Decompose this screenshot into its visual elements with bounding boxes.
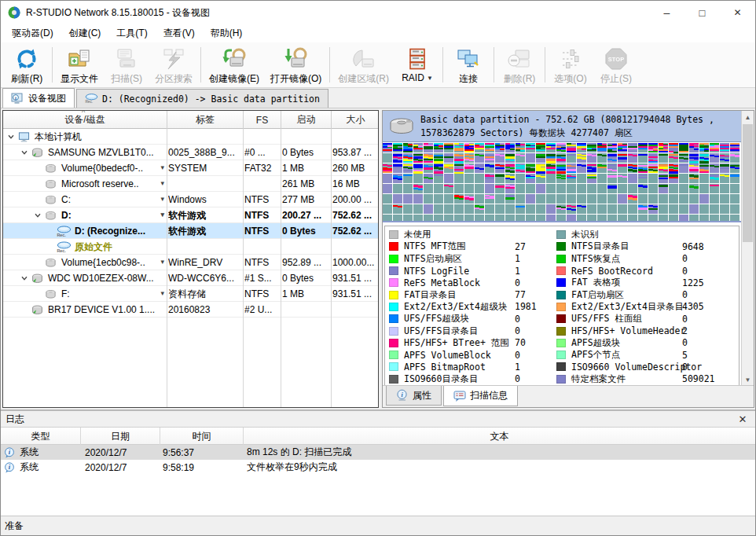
tab-device-view[interactable]: i 设备视图 [2,88,75,108]
legend-label: NTFS MFT范围 [404,240,465,252]
log-column-text[interactable]: 文本 [244,428,755,445]
legend-count: 2 [682,325,688,336]
toolbar-button[interactable]: 创建区域(R)▼ [332,44,395,87]
legend-item: NTFS MFT范围 27 [389,240,556,252]
scroll-down-icon[interactable] [742,373,754,386]
tree-row[interactable]: SAMSUNG MZVLB1T0... ▾ 0025_388B_9... #0 … [3,145,378,160]
volume-fs: NTFS [244,286,281,302]
toolbar-button[interactable]: 打开镜像(O)▼ [265,44,327,87]
legend-item: 特定档案文件 509021 [556,373,739,385]
column-header-device[interactable]: ^设备/磁盘 [3,111,167,129]
column-header-label[interactable]: 标签 [167,111,244,129]
device-icon [43,178,58,190]
log-row[interactable]: i系统 2020/12/7 9:58:19 文件枚举在9秒内完成 [1,460,755,475]
tab-scan-information[interactable]: 扫描信息 [443,386,518,406]
tab-recognized-partition[interactable]: Rec. D: (Recognized0) -> Basic data part… [76,89,328,108]
legend-column-left: 未使用 NTFS MFT范围 27 NTFS启动扇区 1 NT [389,229,556,385]
column-header-start[interactable]: 启动 [281,111,332,129]
volume-dropdown-icon[interactable]: ▾ [160,195,164,203]
tree-row[interactable]: Volume{1ecb0c98-.. ▾ WinRE_DRV NTFS 952.… [3,255,378,270]
menu-item[interactable]: 创建(C) [61,24,109,42]
menu-item[interactable]: 查看(V) [156,24,203,42]
expand-chevron-icon[interactable] [32,211,43,219]
toolbar-button[interactable]: 连接▼ [446,44,491,87]
device-name: D: (Recognize... [75,226,145,237]
tree-row[interactable]: F: ▾ 资料存储 NTFS 1 MB 931.51 ... [3,286,378,302]
device-icon [43,288,58,300]
menu-item[interactable]: 驱动器(D) [4,24,61,42]
toolbar-button[interactable]: 删除(R)▼ [497,44,542,87]
tab-label: 设备视图 [28,92,66,105]
legend-swatch [389,291,398,299]
scrollbar-thumb[interactable] [743,124,753,242]
tree-row[interactable]: Microsoft reserve.. ▾ 261 MB 16 MB [3,176,378,192]
tree-row[interactable]: Volume{0bedecf0-.. ▾ SYSTEM FAT32 1 MB 2… [3,160,378,176]
legend-label: 未识别 [571,229,599,240]
tree-row[interactable]: BR17 DEVICE V1.00 1.... ▾ 20160823 #2 U.… [3,302,378,318]
log-header: 类型 日期 时间 文本 [1,428,755,445]
toolbar-button[interactable]: 创建镜像(E)▼ [204,44,265,87]
tree-row[interactable]: Rec. D: (Recognize... ▾ 软件游戏 NTFS 0 Byte… [3,223,378,239]
legend-label: HFS/HFS+ BTree+ 范围 [404,337,509,349]
log-column-type[interactable]: 类型 [1,428,81,445]
column-header-size[interactable]: 大小 [332,111,379,129]
log-column-date[interactable]: 日期 [81,428,160,445]
tab-properties[interactable]: i 属性 [386,386,442,406]
scroll-up-icon[interactable] [742,111,754,123]
legend-swatch [389,242,398,251]
maximize-button[interactable] [684,1,720,24]
toolbar-separator [200,47,201,83]
expand-chevron-icon[interactable] [19,274,30,282]
toolbar-separator [442,47,443,83]
minimize-button[interactable] [649,1,684,24]
toolbar-button-icon [222,46,247,72]
device-icon [43,194,58,206]
tree-row[interactable]: 本地计算机 ▾ [3,129,378,145]
legend-label: FAT启动扇区 [571,289,624,301]
volume-dropdown-icon[interactable]: ▾ [160,211,164,218]
legend-item: ReFS BootRecord 0 [556,265,739,277]
scrollbar[interactable] [741,111,754,386]
legend-count: 70 [515,337,526,348]
tree-row[interactable]: WDC WD10EZEX-08W... ▾ WD-WCC6Y6... #1 S.… [3,270,378,286]
log-column-time[interactable]: 时间 [160,428,244,445]
status-text: 准备 [5,519,24,533]
toolbar-button[interactable]: 扫描(S)▼ [104,44,149,87]
tree-row[interactable]: C: ▾ Windows NTFS 277 MB 200.00 ... [3,192,378,207]
volume-dropdown-icon[interactable]: ▾ [160,289,164,297]
legend-item: APFS BitmapRoot 1 [389,361,556,373]
log-row[interactable]: i系统 2020/12/7 9:56:37 8m 12s 的 D: 扫描已完成 [1,445,755,460]
volume-dropdown-icon[interactable]: ▾ [160,163,164,171]
device-tree-body: 本地计算机 ▾ SAMSUNG MZVLB1T0... ▾ [3,129,378,407]
legend-swatch [556,327,566,336]
toolbar-button[interactable]: RAID▼ [395,44,440,87]
toolbar-button-icon: STOP [604,46,629,72]
volume-dropdown-icon[interactable]: ▾ [160,258,164,266]
legend-label: FAT 表格项 [571,277,620,288]
scan-block-map[interactable] [383,143,740,221]
volume-size: 953.87 ... [332,145,379,160]
tree-row[interactable]: D: ▾ 软件游戏 NTFS 200.27 ... 752.62 ... [3,207,378,223]
toolbar-button[interactable]: 选项(O)▼ [548,44,593,87]
legend-label: HFS/HFS+ VolumeHeader [571,325,685,336]
toolbar-button-label: 创建镜像(E) [209,72,259,86]
rec-icon: Rec. [85,93,98,105]
volume-start: 952.89 ... [282,255,331,270]
menu-item[interactable]: 帮助(H) [203,24,251,42]
legend-swatch [389,303,398,311]
toolbar-button[interactable]: STOP 停止(S)▼ [593,44,639,87]
log-close-icon[interactable] [736,413,749,425]
device-name: C: [61,194,71,205]
menu-item[interactable]: 工具(T) [108,24,155,42]
tree-row[interactable]: Rec. 原始文件 ▾ [3,239,378,255]
device-icon [30,147,45,159]
column-header-fs[interactable]: FS [244,111,281,129]
toolbar-button[interactable]: 刷新(R)▼ [4,44,50,87]
toolbar-button[interactable]: 分区搜索▼ [149,44,198,87]
volume-dropdown-icon[interactable]: ▾ [160,179,164,187]
expand-chevron-icon[interactable] [6,133,17,141]
toolbar-button[interactable]: 显示文件▼ [55,44,104,87]
expand-chevron-icon[interactable] [19,149,30,156]
close-button[interactable] [720,1,755,24]
legend-swatch [556,303,566,311]
